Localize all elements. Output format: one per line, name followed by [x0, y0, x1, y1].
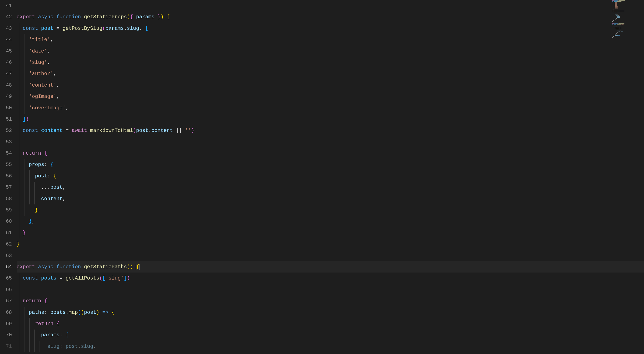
token: ,: [38, 207, 41, 213]
indent-guide: [29, 170, 30, 204]
line-number: 66: [0, 284, 12, 295]
token: .: [148, 128, 151, 134]
code-line[interactable]: const content = await markdownToHtml(pos…: [16, 125, 644, 136]
token: [87, 128, 90, 134]
code-line[interactable]: 'coverImage',: [16, 102, 644, 114]
code-line[interactable]: 'date',: [16, 46, 644, 57]
code-line[interactable]: export async function getStaticProps({ p…: [16, 11, 644, 22]
code-line[interactable]: slug: post.slug,: [16, 341, 644, 349]
code-line[interactable]: const post = getPostBySlug(params.slug, …: [16, 23, 644, 34]
code-line[interactable]: ]): [16, 114, 644, 125]
token: (: [78, 310, 81, 315]
token: post: [50, 184, 62, 190]
token: return: [23, 298, 41, 304]
code-line[interactable]: [16, 0, 644, 11]
code-line[interactable]: }: [16, 227, 644, 238]
token: [62, 332, 66, 338]
token: {: [66, 332, 68, 338]
indent-guide: [40, 341, 40, 352]
code-line[interactable]: content,: [16, 193, 644, 204]
token: ,: [56, 94, 59, 99]
code-line[interactable]: post: {: [16, 170, 644, 182]
indent-guide: [34, 330, 35, 352]
token: slug: [81, 344, 93, 349]
token: ,: [62, 184, 66, 190]
token: params: [41, 332, 59, 338]
line-number: 63: [0, 250, 12, 261]
token: posts: [50, 310, 66, 315]
token: const: [23, 128, 38, 134]
code-line[interactable]: return {: [16, 148, 644, 159]
token: [38, 128, 41, 134]
token: [47, 310, 50, 315]
code-line[interactable]: ...post,: [16, 182, 644, 193]
token: [47, 162, 50, 168]
token: .: [66, 310, 68, 315]
token: .: [124, 26, 127, 31]
token: (: [102, 26, 105, 31]
token: {: [130, 14, 136, 20]
token: function: [56, 264, 81, 270]
token: ,: [54, 71, 56, 76]
token: return: [23, 150, 41, 156]
code-line[interactable]: [16, 284, 644, 295]
token: }: [16, 241, 20, 247]
code-line[interactable]: },: [16, 216, 644, 227]
token: async: [38, 264, 54, 270]
token: content: [152, 128, 173, 134]
token: [16, 332, 41, 338]
token: getStaticProps: [84, 14, 127, 20]
code-content[interactable]: export async function getStaticProps({ p…: [16, 0, 644, 354]
line-number: 65: [0, 272, 12, 284]
token: [41, 150, 44, 156]
code-line[interactable]: export async function getStaticPaths() {: [16, 261, 644, 272]
token: const: [23, 275, 38, 281]
code-line[interactable]: },: [16, 204, 644, 216]
token: :: [60, 332, 62, 338]
line-number: 44: [0, 34, 12, 45]
token: params: [136, 14, 154, 20]
token: post: [35, 173, 47, 179]
token: 'ogImage': [29, 94, 56, 99]
token: ||: [173, 128, 185, 134]
code-line[interactable]: const posts = getAllPosts(['slug']): [16, 272, 644, 284]
token: [16, 48, 29, 54]
token: ,: [32, 218, 35, 224]
token: 'title': [29, 37, 50, 42]
code-editor[interactable]: 4142434445464748495051525354555657585960…: [0, 0, 644, 354]
code-line[interactable]: props: {: [16, 159, 644, 170]
token: [16, 162, 29, 168]
code-line[interactable]: }: [16, 238, 644, 250]
token: ...: [16, 184, 50, 190]
indent-guide: [34, 182, 35, 204]
line-number: 49: [0, 91, 12, 102]
line-number: 45: [0, 46, 12, 57]
token: [16, 60, 29, 65]
code-line[interactable]: 'ogImage',: [16, 91, 644, 102]
token: {: [54, 173, 56, 179]
token: 'content': [29, 82, 56, 88]
code-line[interactable]: 'author',: [16, 68, 644, 79]
token: ): [26, 116, 29, 122]
code-line[interactable]: paths: posts.map((post) => {: [16, 307, 644, 318]
code-line[interactable]: return {: [16, 295, 644, 306]
token: [54, 321, 56, 326]
token: getStaticPaths: [84, 264, 127, 270]
code-line[interactable]: params: {: [16, 329, 644, 340]
code-line[interactable]: return {: [16, 318, 644, 329]
code-line[interactable]: 'slug',: [16, 57, 644, 68]
token: export: [16, 14, 35, 20]
token: ): [160, 14, 164, 20]
token: {: [112, 310, 115, 315]
token: posts: [41, 275, 56, 281]
code-line[interactable]: [16, 250, 644, 261]
token: ,: [62, 196, 66, 202]
line-number: 71: [0, 341, 12, 349]
token: (: [99, 275, 102, 281]
code-line[interactable]: [16, 136, 644, 148]
token: [81, 264, 84, 270]
code-line[interactable]: 'title',: [16, 34, 644, 45]
code-line[interactable]: 'content',: [16, 80, 644, 91]
token: getPostBySlug: [62, 26, 102, 31]
token: '': [185, 128, 191, 134]
